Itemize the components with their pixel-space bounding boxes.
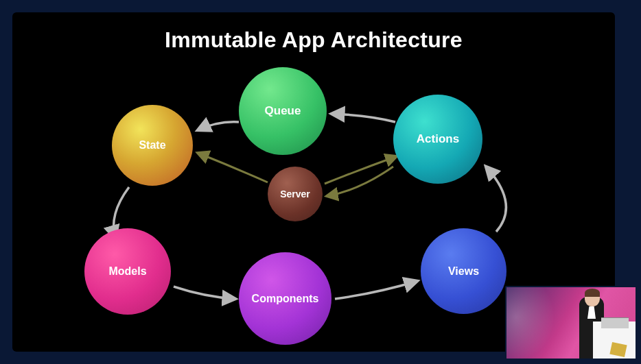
arrow-actions-to-queue <box>331 114 395 122</box>
node-server: Server <box>268 167 323 221</box>
speaker-camera-inset <box>505 286 637 360</box>
node-server-label: Server <box>280 189 310 199</box>
node-components: Components <box>239 252 331 345</box>
arrow-server-to-state <box>198 153 268 182</box>
node-models: Models <box>84 228 171 315</box>
arrow-server-to-actions <box>325 156 397 184</box>
speaker-hair <box>585 289 600 297</box>
node-queue-label: Queue <box>265 104 301 118</box>
arrow-actions-to-server <box>327 167 393 196</box>
arrow-views-to-actions <box>486 167 506 232</box>
node-actions-label: Actions <box>417 132 459 146</box>
node-state: State <box>112 105 193 186</box>
arrow-queue-to-state <box>198 122 239 130</box>
slide-title: Immutable App Architecture <box>12 27 615 53</box>
arrow-models-to-components <box>174 287 235 299</box>
node-state-label: State <box>139 139 165 151</box>
node-actions: Actions <box>393 95 482 184</box>
laptop <box>601 317 629 328</box>
node-views-label: Views <box>448 265 479 278</box>
node-models-label: Models <box>108 265 146 278</box>
arrow-components-to-views <box>335 281 417 299</box>
node-components-label: Components <box>252 293 319 305</box>
stage-light <box>506 287 555 360</box>
node-views: Views <box>421 228 506 314</box>
node-queue: Queue <box>239 67 327 155</box>
